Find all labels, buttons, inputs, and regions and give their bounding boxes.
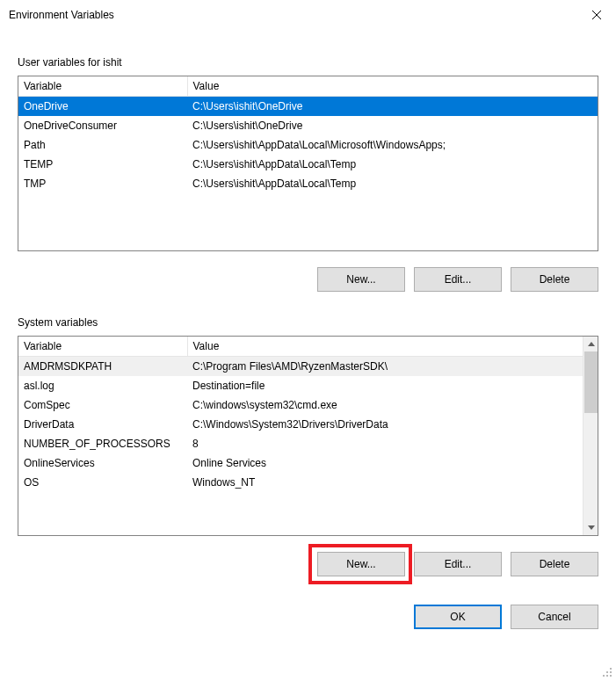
table-row[interactable]: ComSpec C:\windows\system32\cmd.exe xyxy=(18,395,583,415)
system-col-variable[interactable]: Variable xyxy=(18,337,187,357)
system-new-button[interactable]: New... xyxy=(317,552,405,576)
svg-point-0 xyxy=(610,668,612,670)
scroll-up-icon[interactable] xyxy=(583,337,598,351)
table-row[interactable]: OneDrive C:\Users\ishit\OneDrive xyxy=(18,97,598,117)
system-section-label: System variables xyxy=(18,316,598,329)
system-table[interactable]: Variable Value AMDRMSDKPATH C:\Program F… xyxy=(18,336,598,536)
user-section-label: User variables for ishit xyxy=(18,56,598,69)
scroll-thumb[interactable] xyxy=(584,351,598,413)
table-row[interactable]: AMDRMSDKPATH C:\Program Files\AMD\RyzenM… xyxy=(18,357,583,377)
user-variables-section: User variables for ishit Variable Value … xyxy=(18,56,598,292)
ok-button[interactable]: OK xyxy=(414,605,502,629)
table-row[interactable]: TEMP C:\Users\ishit\AppData\Local\Temp xyxy=(18,155,598,174)
scroll-down-icon[interactable] xyxy=(583,520,598,535)
svg-point-5 xyxy=(610,675,612,677)
table-row[interactable]: asl.log Destination=file xyxy=(18,376,583,395)
scrollbar[interactable] xyxy=(583,337,598,535)
table-row[interactable]: NUMBER_OF_PROCESSORS 8 xyxy=(18,434,583,453)
table-row[interactable]: OnlineServices Online Services xyxy=(18,453,583,473)
svg-point-4 xyxy=(606,675,608,677)
window-title: Environment Variables xyxy=(9,9,114,21)
user-edit-button[interactable]: Edit... xyxy=(414,267,502,292)
user-delete-button[interactable]: Delete xyxy=(511,267,598,292)
svg-point-1 xyxy=(606,671,608,673)
table-row[interactable]: DriverData C:\Windows\System32\Drivers\D… xyxy=(18,415,583,434)
close-icon xyxy=(592,11,601,19)
svg-point-3 xyxy=(603,675,605,677)
table-row[interactable]: OS Windows_NT xyxy=(18,473,583,492)
table-row[interactable]: TMP C:\Users\ishit\AppData\Local\Temp xyxy=(18,174,598,193)
system-variables-section: System variables Variable Value AMDRMSDK… xyxy=(18,316,598,576)
user-button-row: New... Edit... Delete xyxy=(18,267,598,292)
user-col-value[interactable]: Value xyxy=(187,76,598,97)
titlebar: Environment Variables xyxy=(0,0,616,30)
system-col-value[interactable]: Value xyxy=(187,337,583,357)
user-table[interactable]: Variable Value OneDrive C:\Users\ishit\O… xyxy=(18,76,598,251)
table-row[interactable]: OneDriveConsumer C:\Users\ishit\OneDrive xyxy=(18,116,598,135)
system-delete-button[interactable]: Delete xyxy=(511,552,598,576)
user-new-button[interactable]: New... xyxy=(317,267,405,292)
close-button[interactable] xyxy=(576,2,616,28)
system-edit-button[interactable]: Edit... xyxy=(414,552,502,576)
resize-grip-icon[interactable] xyxy=(602,667,614,679)
svg-point-2 xyxy=(610,671,612,673)
cancel-button[interactable]: Cancel xyxy=(511,605,598,629)
table-row[interactable]: Path C:\Users\ishit\AppData\Local\Micros… xyxy=(18,135,598,155)
system-button-row: New... Edit... Delete xyxy=(18,552,598,576)
user-col-variable[interactable]: Variable xyxy=(18,76,187,97)
dialog-button-row: OK Cancel xyxy=(18,605,598,629)
